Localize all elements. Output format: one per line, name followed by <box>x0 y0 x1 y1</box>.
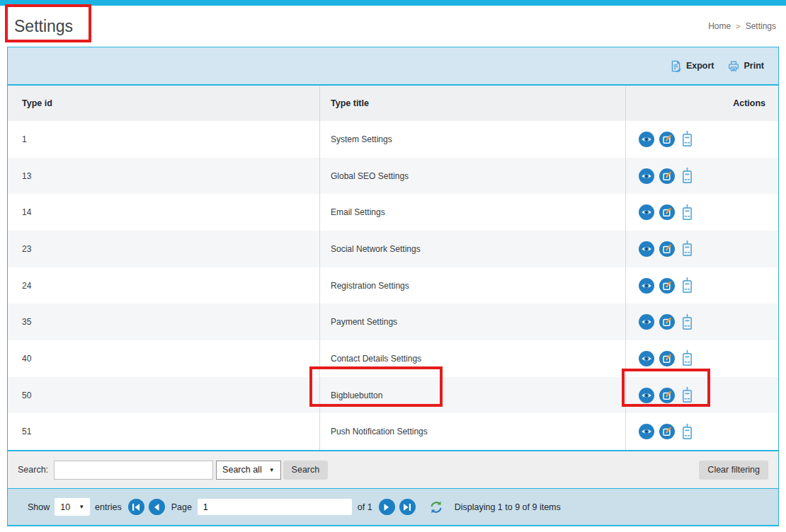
page-title: Settings <box>10 17 73 36</box>
refresh-button[interactable] <box>429 500 443 514</box>
last-page-button[interactable] <box>399 499 416 515</box>
clipboard-icon <box>680 277 695 294</box>
cell-actions <box>625 267 778 304</box>
column-header-type-title: Type title <box>319 86 625 121</box>
view-button[interactable] <box>639 241 654 257</box>
next-page-button[interactable] <box>379 499 395 515</box>
view-button[interactable] <box>639 168 654 184</box>
page-size-select[interactable]: 10 ▼ <box>55 498 90 516</box>
table-row: 51 Push Notification Settings <box>8 413 778 450</box>
view-icon <box>639 424 654 439</box>
clipboard-button[interactable] <box>680 277 695 294</box>
clipboard-icon <box>680 167 695 185</box>
view-button[interactable] <box>639 132 654 147</box>
search-button[interactable]: Search <box>283 461 329 480</box>
cell-type-id: 1 <box>8 121 319 158</box>
clipboard-icon <box>680 349 695 367</box>
show-label: Show <box>28 502 50 512</box>
export-label: Export <box>686 61 714 71</box>
edit-button[interactable] <box>659 204 675 220</box>
view-icon <box>639 351 654 366</box>
view-button[interactable] <box>639 388 654 403</box>
breadcrumb: Home > Settings <box>708 21 776 31</box>
page-size-value: 10 <box>60 502 70 512</box>
edit-button[interactable] <box>659 278 675 294</box>
edit-button[interactable] <box>659 351 675 366</box>
edit-button[interactable] <box>659 168 675 184</box>
view-button[interactable] <box>639 424 654 439</box>
first-page-button[interactable] <box>128 499 144 515</box>
view-button[interactable] <box>639 351 654 366</box>
view-icon <box>639 388 654 403</box>
edit-icon <box>659 314 675 330</box>
view-button[interactable] <box>639 278 654 294</box>
column-header-type-id: Type id <box>8 86 319 121</box>
edit-icon <box>659 204 675 220</box>
refresh-icon <box>429 500 443 514</box>
table-row: 35 Payment Settings <box>8 303 778 340</box>
cell-type-id: 14 <box>8 194 319 231</box>
cell-type-title: Payment Settings <box>319 303 625 340</box>
clipboard-button[interactable] <box>680 204 695 221</box>
clipboard-button[interactable] <box>680 313 695 331</box>
previous-page-button[interactable] <box>149 499 165 515</box>
breadcrumb-home-link[interactable]: Home <box>708 21 731 31</box>
table-row: 23 Social Network Settings <box>8 231 778 267</box>
cell-type-title: Bigbluebutton <box>319 377 625 414</box>
edit-button[interactable] <box>659 388 675 403</box>
view-icon <box>639 132 654 147</box>
cell-type-title: System Settings <box>319 121 625 158</box>
cell-type-title: Push Notification Settings <box>319 413 625 450</box>
view-button[interactable] <box>639 314 654 330</box>
clipboard-icon <box>680 423 695 441</box>
edit-icon <box>659 278 675 294</box>
edit-button[interactable] <box>659 241 675 257</box>
clipboard-icon <box>680 204 695 221</box>
clipboard-button[interactable] <box>680 130 695 148</box>
search-scope-select[interactable]: Search all ▼ <box>216 461 281 480</box>
clipboard-button[interactable] <box>680 386 695 404</box>
search-bar: Search: Search all ▼ Search Clear filter… <box>8 451 778 488</box>
table-row: 1 System Settings <box>8 121 778 158</box>
cell-actions <box>625 158 778 195</box>
edit-button[interactable] <box>659 314 675 330</box>
page-label: Page <box>171 502 192 512</box>
page-number-input[interactable] <box>198 499 352 515</box>
cell-type-id: 13 <box>8 158 319 195</box>
clear-filtering-button[interactable]: Clear filtering <box>699 461 768 480</box>
pagination-bar: Show 10 ▼ entries Page of 1 Displaying 1… <box>8 488 778 525</box>
table-row-bigbluebutton: 50 Bigbluebutton <box>8 377 778 414</box>
clipboard-button[interactable] <box>680 423 695 441</box>
cell-type-id: 24 <box>8 267 319 304</box>
caret-down-icon: ▼ <box>79 504 84 510</box>
clipboard-button[interactable] <box>680 349 695 367</box>
edit-icon <box>659 241 675 257</box>
cell-type-id: 50 <box>8 377 319 414</box>
cell-type-id: 51 <box>8 413 319 450</box>
previous-page-icon <box>149 499 164 515</box>
cell-type-title: Email Settings <box>319 194 625 231</box>
view-button[interactable] <box>639 204 654 220</box>
caret-down-icon: ▼ <box>269 467 275 473</box>
edit-button[interactable] <box>659 132 675 147</box>
column-header-actions: Actions <box>625 86 778 121</box>
clipboard-button[interactable] <box>680 167 695 185</box>
cell-actions <box>625 303 778 340</box>
edit-icon <box>659 388 675 403</box>
cell-type-id: 23 <box>8 231 319 267</box>
clipboard-button[interactable] <box>680 240 695 258</box>
export-button[interactable]: Export <box>670 60 714 72</box>
print-button[interactable]: Print <box>727 60 764 72</box>
search-input[interactable] <box>54 461 213 480</box>
print-label: Print <box>744 61 764 71</box>
settings-grid-panel: Export Print Type id Type title Actions … <box>7 47 779 526</box>
cell-actions <box>625 231 778 267</box>
edit-icon <box>659 424 675 439</box>
print-icon <box>727 60 740 72</box>
edit-button[interactable] <box>659 424 675 439</box>
view-icon <box>639 314 654 330</box>
cell-actions <box>625 377 778 414</box>
cell-type-id: 35 <box>8 303 319 340</box>
clipboard-icon <box>680 240 695 258</box>
view-icon <box>639 204 654 220</box>
